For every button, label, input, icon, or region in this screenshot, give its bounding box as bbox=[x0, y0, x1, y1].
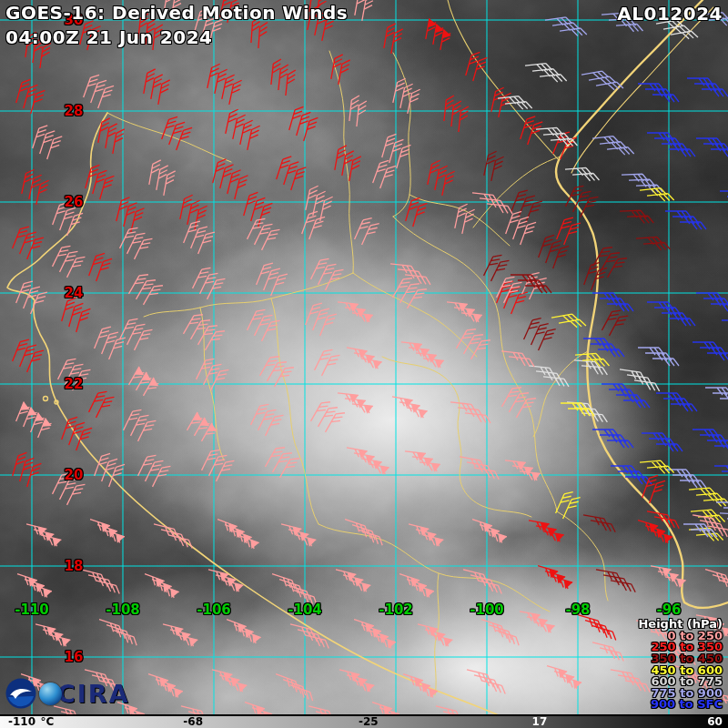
wind-barb bbox=[153, 463, 171, 490]
lon-label: -98 bbox=[565, 602, 590, 618]
lat-label: 20 bbox=[65, 467, 84, 483]
wind-barb bbox=[491, 156, 504, 183]
wind-barb bbox=[720, 191, 728, 198]
wind-barb bbox=[217, 458, 235, 485]
wind-barb bbox=[326, 410, 345, 436]
wind-barb bbox=[413, 201, 428, 228]
wind-barb bbox=[620, 210, 646, 218]
lat-label: 24 bbox=[65, 285, 84, 301]
wind-barb bbox=[703, 298, 728, 306]
wind-barb bbox=[76, 307, 91, 334]
wind-barb bbox=[225, 681, 247, 693]
wind-barb bbox=[526, 198, 542, 226]
wind-barb bbox=[397, 269, 424, 279]
wind-barb bbox=[581, 70, 609, 82]
wind-barb bbox=[404, 275, 431, 285]
wind-barb bbox=[642, 433, 668, 440]
wind-barb bbox=[96, 394, 115, 421]
wind-barb bbox=[349, 581, 370, 593]
wind-barb bbox=[572, 173, 599, 182]
wind-barb bbox=[351, 313, 373, 323]
wind-barb bbox=[430, 635, 452, 648]
wind-barb bbox=[610, 581, 637, 592]
wind-barb bbox=[611, 466, 637, 473]
wind-barb bbox=[362, 220, 379, 248]
wind-barb bbox=[288, 685, 315, 701]
wind-barb bbox=[700, 435, 726, 442]
storm-id: AL012024 bbox=[617, 3, 723, 25]
wind-barb bbox=[647, 466, 674, 475]
product-title: GOES-16: Derived Motion Winds bbox=[5, 1, 348, 25]
wind-barb bbox=[473, 56, 488, 83]
wind-barb bbox=[262, 227, 280, 254]
wind-barb bbox=[643, 242, 670, 251]
wind-barb bbox=[669, 149, 695, 157]
wind-barb bbox=[144, 282, 163, 308]
wind-barb bbox=[647, 133, 673, 140]
wind-barb bbox=[703, 144, 728, 151]
wind-barb bbox=[696, 138, 723, 146]
wind-barb bbox=[351, 404, 373, 414]
height-legend: Height (hPa) 0 to 250250 to 350350 to 45… bbox=[638, 619, 723, 711]
wind-barb bbox=[553, 244, 569, 271]
wind-barb bbox=[649, 439, 675, 446]
wind-barb bbox=[645, 353, 672, 360]
wind-barb bbox=[662, 313, 688, 320]
wind-barb bbox=[633, 380, 661, 391]
wind-barb bbox=[671, 404, 697, 411]
islands-marias bbox=[44, 397, 48, 401]
wind-barb bbox=[67, 254, 86, 281]
wind-barb bbox=[460, 313, 482, 323]
wind-barb bbox=[640, 460, 667, 470]
wind-barb bbox=[647, 302, 673, 309]
wind-barb bbox=[248, 125, 260, 152]
wind-barb bbox=[96, 257, 112, 284]
wind-barb bbox=[645, 89, 672, 96]
wind-barb bbox=[565, 167, 592, 177]
wind-barb bbox=[304, 116, 318, 143]
wind-barb bbox=[100, 174, 115, 201]
wind-barb bbox=[521, 220, 536, 248]
wind-barb bbox=[551, 577, 573, 591]
wind-barb bbox=[380, 164, 396, 191]
wind-barb bbox=[349, 155, 361, 182]
wind-barb bbox=[479, 198, 506, 208]
wind-barb bbox=[405, 408, 427, 420]
wind-barb bbox=[616, 24, 642, 33]
wind-barb bbox=[718, 581, 728, 595]
wind-barb bbox=[517, 395, 536, 421]
wind-barb bbox=[450, 402, 477, 412]
wind-barb bbox=[229, 79, 242, 106]
wind-barb bbox=[391, 27, 403, 55]
goes16-dmw-product: 3028262422201816-110-108-106-104-102-100… bbox=[0, 0, 728, 728]
colorbar-tick: 17 bbox=[532, 716, 548, 728]
wind-barb bbox=[309, 215, 325, 242]
noaa-logo-icon bbox=[5, 678, 36, 709]
wind-barb bbox=[602, 384, 628, 391]
legend-entries: 0 to 250250 to 350350 to 450450 to 60060… bbox=[638, 631, 723, 711]
wind-barb bbox=[696, 493, 723, 502]
wind-barb bbox=[581, 366, 607, 375]
wind-barb bbox=[359, 359, 381, 370]
wind-barb bbox=[471, 193, 499, 203]
wind-barb bbox=[636, 237, 662, 246]
wind-barb bbox=[608, 255, 627, 281]
wind-barb bbox=[542, 377, 570, 387]
wind-barb bbox=[539, 326, 556, 353]
wind-barb bbox=[672, 475, 699, 482]
wind-barb bbox=[320, 196, 333, 223]
wind-barb bbox=[275, 364, 294, 390]
wind-barb bbox=[663, 399, 690, 406]
wind-barb bbox=[389, 264, 417, 274]
wind-barb bbox=[367, 464, 389, 476]
lat-label: 26 bbox=[65, 194, 84, 210]
wind-barb bbox=[532, 68, 560, 78]
wind-barb bbox=[619, 369, 646, 380]
wind-barb bbox=[457, 408, 484, 418]
wind-barb bbox=[536, 127, 562, 136]
wind-barb bbox=[198, 229, 215, 257]
wind-barb bbox=[693, 430, 719, 437]
wind-barb bbox=[696, 293, 723, 300]
wind-barb bbox=[622, 174, 648, 182]
wind-barb bbox=[638, 84, 664, 91]
